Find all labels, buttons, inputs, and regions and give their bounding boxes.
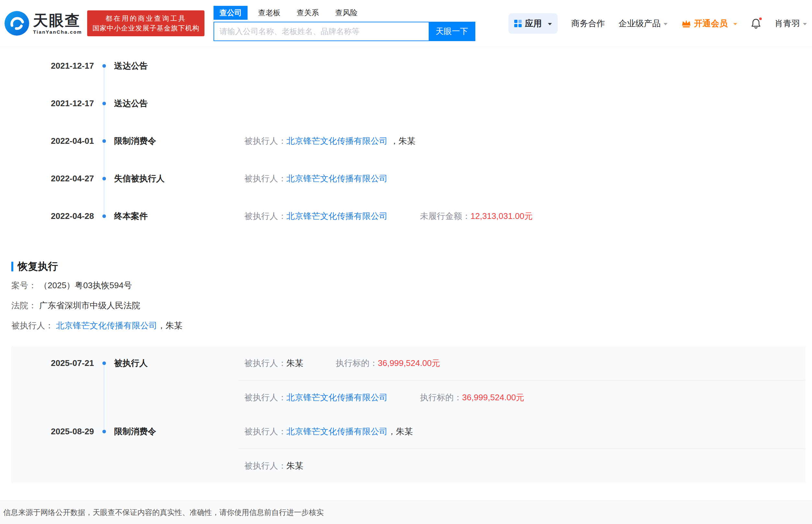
apps-label: 应用	[525, 18, 542, 29]
slogan-line-2: 国家中小企业发展子基金旗下机构	[92, 23, 199, 33]
event-content: 被执行人： 朱某 执行标的： 36,999,524.00元	[244, 358, 806, 369]
section-title-text: 恢复执行	[18, 260, 58, 273]
event-date: 2021-12-17	[11, 98, 94, 109]
search-area: 查公司 查老板 查关系 查风险 天眼一下	[213, 6, 475, 41]
event-content: 被执行人： 北京锋芒文化传播有限公司	[244, 173, 806, 184]
co-executed-person: ，朱某	[387, 426, 413, 437]
case-number-label: 案号：	[11, 279, 37, 292]
user-menu[interactable]: 肖青羽	[775, 18, 807, 29]
apps-menu-button[interactable]: 应用	[508, 13, 558, 34]
event-title: 送达公告	[114, 60, 244, 71]
company-link[interactable]: 北京锋芒文化传播有限公司	[286, 135, 387, 147]
disclaimer-text: 信息来源于网络公开数据，天眼查不保证内容的真实性、准确性，请你使用信息前自行进一…	[3, 507, 324, 518]
company-link[interactable]: 北京锋芒文化传播有限公司	[286, 173, 387, 184]
timeline-dot-icon	[102, 102, 106, 105]
event-date: 2021-12-17	[11, 61, 94, 71]
event-date: 2022-04-27	[11, 174, 94, 184]
event-content: 被执行人： 朱某	[244, 460, 806, 472]
timeline-dot-icon	[102, 64, 106, 68]
executed-person-value: 朱某	[286, 358, 303, 369]
event-title: 限制消费令	[114, 135, 244, 147]
company-link[interactable]: 北京锋芒文化传播有限公司	[286, 211, 387, 222]
tab-search-boss[interactable]: 查老板	[258, 6, 280, 20]
executed-person-label: 被执行人：	[244, 358, 286, 369]
timeline-dot-icon	[102, 430, 106, 433]
timeline-subrow: 被执行人： 北京锋芒文化传播有限公司 执行标的： 36,999,524.00元	[11, 380, 806, 414]
event-date: 2022-04-28	[11, 211, 94, 221]
co-executed-person: ，朱某	[157, 319, 182, 332]
timeline-row: 2025-08-29 限制消费令 被执行人： 北京锋芒文化传播有限公司 ，朱某	[11, 414, 806, 448]
execution-target-value: 36,999,524.00元	[378, 358, 440, 369]
executed-person-label: 被执行人：	[244, 426, 286, 437]
event-content: 被执行人： 北京锋芒文化传播有限公司 未履行金额： 12,313,031.00元	[244, 211, 806, 222]
header-right-nav: 应用 商务合作 企业级产品 开通会员 肖青羽	[508, 13, 807, 34]
chevron-down-icon	[664, 23, 668, 25]
timeline-dot-icon	[102, 361, 106, 365]
timeline-row: 2021-12-17 送达公告	[11, 47, 806, 84]
logo[interactable]: 天眼查 TianYanCha.com	[4, 11, 82, 36]
nav-enterprise-products-label: 企业级产品	[619, 18, 661, 29]
timeline-row: 2021-12-17 送达公告	[11, 84, 806, 122]
timeline-dot-icon	[102, 214, 106, 218]
tab-search-risk[interactable]: 查风险	[335, 6, 357, 20]
search-input[interactable]	[214, 22, 429, 40]
executed-person-label: 被执行人：	[11, 319, 53, 332]
company-link[interactable]: 北京锋芒文化传播有限公司	[56, 319, 157, 332]
chevron-down-icon	[548, 23, 552, 25]
footer: 信息来源于网络公开数据，天眼查不保证内容的真实性、准确性，请你使用信息前自行进一…	[0, 501, 812, 524]
slogan-badge: 都在用的商业查询工具 国家中小企业发展子基金旗下机构	[87, 10, 205, 36]
chevron-down-icon	[733, 23, 737, 25]
company-link[interactable]: 北京锋芒文化传播有限公司	[286, 392, 387, 403]
unfulfilled-amount-label: 未履行金额：	[420, 211, 471, 222]
logo-text: 天眼查 TianYanCha.com	[33, 12, 82, 35]
event-title: 失信被执行人	[114, 173, 244, 184]
unfulfilled-amount-value: 12,313,031.00元	[471, 211, 533, 222]
event-content: 被执行人： 北京锋芒文化传播有限公司 执行标的： 36,999,524.00元	[244, 392, 806, 403]
tab-search-company[interactable]: 查公司	[213, 6, 248, 20]
executed-person-label: 被执行人：	[244, 211, 286, 222]
nav-business-cooperation[interactable]: 商务合作	[571, 18, 605, 29]
notification-bell-button[interactable]	[751, 18, 761, 29]
event-title: 限制消费令	[114, 426, 244, 437]
executed-person-value: 朱某	[286, 460, 303, 472]
event-title: 终本案件	[114, 211, 244, 222]
timeline-row: 2022-04-01 限制消费令 被执行人： 北京锋芒文化传播有限公司 ，朱某	[11, 122, 806, 160]
event-title: 被执行人	[114, 358, 244, 369]
search-bar: 天眼一下	[213, 22, 475, 41]
tab-search-relation[interactable]: 查关系	[297, 6, 319, 20]
timeline-row: 2022-04-28 终本案件 被执行人： 北京锋芒文化传播有限公司 未履行金额…	[11, 197, 806, 235]
main-content: 2021-12-17 送达公告 2021-12-17 送达公告 2022-04-…	[0, 47, 812, 483]
timeline-row: 2025-07-21 被执行人 被执行人： 朱某 执行标的： 36,999,52…	[11, 346, 806, 380]
notification-dot	[759, 17, 762, 21]
timeline-dot-icon	[102, 139, 106, 143]
tianyancha-logo-icon	[4, 11, 29, 36]
case-number-value: （2025）粤03执恢594号	[39, 279, 132, 292]
timeline-subrow: 被执行人： 朱某	[11, 449, 806, 483]
crown-icon	[681, 19, 691, 28]
court-value: 广东省深圳市中级人民法院	[39, 299, 140, 312]
event-content: 被执行人： 北京锋芒文化传播有限公司 ，朱某	[244, 426, 806, 437]
execution-target-label: 执行标的：	[336, 358, 378, 369]
executed-person-line: 被执行人： 北京锋芒文化传播有限公司 ，朱某	[11, 319, 806, 332]
company-link[interactable]: 北京锋芒文化传播有限公司	[286, 426, 387, 437]
section-title-resume-execution: 恢复执行	[11, 261, 806, 272]
search-button[interactable]: 天眼一下	[429, 22, 475, 40]
header: 天眼查 TianYanCha.com 都在用的商业查询工具 国家中小企业发展子基…	[0, 0, 812, 47]
event-date: 2025-08-29	[11, 427, 94, 437]
case-number-line: 案号： （2025）粤03执恢594号	[11, 279, 806, 292]
nav-open-vip-label: 开通会员	[694, 18, 728, 29]
event-date: 2025-07-21	[11, 358, 94, 368]
court-label: 法院：	[11, 299, 37, 312]
event-title: 送达公告	[114, 98, 244, 109]
nav-enterprise-products[interactable]: 企业级产品	[619, 18, 668, 29]
brand-name: 天眼查	[33, 12, 82, 29]
nav-open-vip[interactable]: 开通会员	[681, 18, 737, 29]
chevron-down-icon	[803, 23, 807, 25]
execution-target-label: 执行标的：	[420, 392, 462, 403]
section-accent-bar	[11, 262, 13, 272]
timeline-row: 2022-04-27 失信被执行人 被执行人： 北京锋芒文化传播有限公司	[11, 160, 806, 197]
timeline-dot-icon	[102, 177, 106, 180]
executed-person-label: 被执行人：	[244, 460, 286, 472]
apps-grid-icon	[514, 20, 522, 27]
page: { "colors": { "accent_blue": "#0084FF", …	[0, 0, 812, 524]
